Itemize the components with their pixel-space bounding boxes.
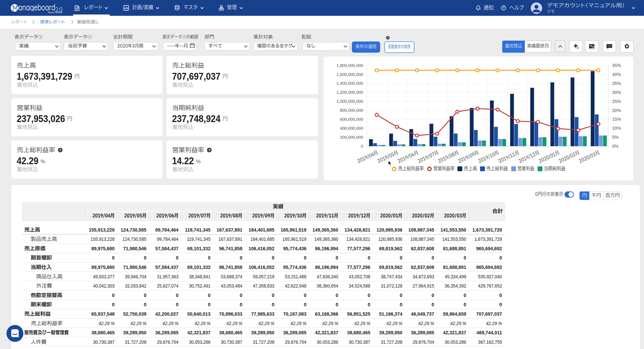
svg-text:5%: 5% [612,135,618,140]
svg-text:400,000,000: 400,000,000 [340,126,363,130]
svg-text:1,400,000,000: 1,400,000,000 [336,81,363,86]
svg-text:?: ? [59,148,61,152]
svg-text:1,000,000,000: 1,000,000,000 [336,99,363,104]
svg-text:45%: 45% [612,63,621,68]
svg-text:?: ? [208,148,210,152]
svg-text:40%: 40% [612,72,621,77]
svg-text:1,200,000,000: 1,200,000,000 [336,90,363,94]
svg-text:?: ? [503,6,504,10]
svg-text:?: ? [387,36,388,39]
svg-text:600,000,000: 600,000,000 [340,117,363,122]
svg-text:1,600,000,000: 1,600,000,000 [336,72,363,77]
svg-text:800,000,000: 800,000,000 [340,108,363,112]
svg-text:20%: 20% [612,108,621,113]
svg-text:0%: 0% [612,144,618,148]
svg-text:200,000,000: 200,000,000 [340,135,363,140]
svg-text:35%: 35% [612,81,621,86]
svg-text:1,800,000,000: 1,800,000,000 [336,63,363,68]
svg-text:10%: 10% [612,126,621,130]
svg-text:25%: 25% [612,99,621,104]
svg-text:15%: 15% [612,117,621,122]
svg-text:30%: 30% [612,90,621,95]
svg-text:0: 0 [361,144,363,148]
